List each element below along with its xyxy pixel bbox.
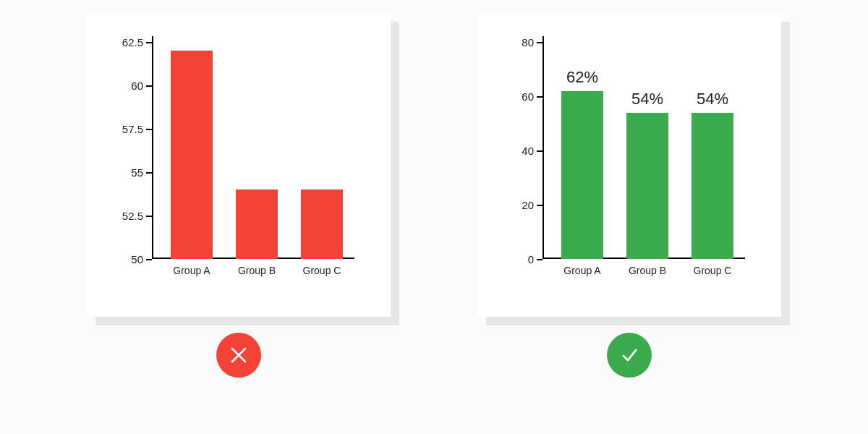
bad-badge: [216, 333, 261, 378]
y-tick-label: 57.5: [100, 123, 143, 135]
y-tick: [146, 259, 152, 260]
y-tick-label: 60: [490, 90, 534, 103]
right-column: 020406080Group A62%Group B54%Group C54%: [477, 13, 781, 378]
y-tick-label: 80: [490, 36, 534, 48]
category-label: Group B: [615, 265, 680, 276]
y-tick: [537, 96, 542, 98]
cross-icon: [228, 344, 250, 366]
bar: [301, 190, 343, 259]
right-chart: 020406080Group A62%Group B54%Group C54%: [542, 42, 745, 259]
y-tick-label: 52.5: [100, 210, 143, 222]
y-tick: [537, 150, 542, 152]
y-tick-label: 50: [100, 253, 143, 265]
left-chart: 5052.55557.56062.5Group AGroup BGroup C: [152, 42, 354, 259]
comparison-row: 5052.55557.56062.5Group AGroup BGroup C …: [0, 0, 868, 378]
check-icon: [618, 344, 641, 367]
y-tick: [537, 205, 542, 206]
left-card-wrap: 5052.55557.56062.5Group AGroup BGroup C: [87, 13, 391, 317]
value-label: 62%: [566, 68, 598, 87]
value-label: 54%: [697, 90, 728, 109]
bar: [171, 51, 213, 259]
right-card-wrap: 020406080Group A62%Group B54%Group C54%: [477, 13, 781, 317]
category-label: Group B: [224, 265, 289, 276]
category-label: Group C: [289, 265, 354, 276]
y-tick-label: 20: [490, 199, 534, 211]
y-tick: [537, 42, 542, 43]
bar: [626, 113, 668, 260]
y-tick-label: 60: [100, 80, 143, 92]
left-card: 5052.55557.56062.5Group AGroup BGroup C: [87, 13, 391, 317]
category-label: Group A: [159, 265, 224, 276]
value-label: 54%: [631, 90, 663, 109]
y-tick-label: 40: [490, 145, 534, 157]
y-tick: [146, 172, 152, 174]
y-axis: [152, 36, 153, 259]
y-tick: [146, 42, 152, 43]
bar: [561, 91, 603, 260]
y-tick-label: 62.5: [100, 36, 143, 48]
y-tick: [146, 129, 152, 130]
good-badge: [607, 333, 652, 378]
y-tick: [146, 85, 152, 87]
bar: [692, 113, 733, 260]
bar: [236, 190, 278, 259]
right-card: 020406080Group A62%Group B54%Group C54%: [477, 13, 781, 317]
y-tick-label: 55: [100, 166, 143, 179]
y-axis: [542, 36, 544, 259]
left-column: 5052.55557.56062.5Group AGroup BGroup C: [87, 13, 391, 378]
y-tick: [146, 216, 152, 217]
y-tick-label: 0: [490, 253, 534, 265]
category-label: Group A: [550, 265, 615, 276]
category-label: Group C: [680, 265, 745, 276]
y-tick: [537, 259, 542, 260]
